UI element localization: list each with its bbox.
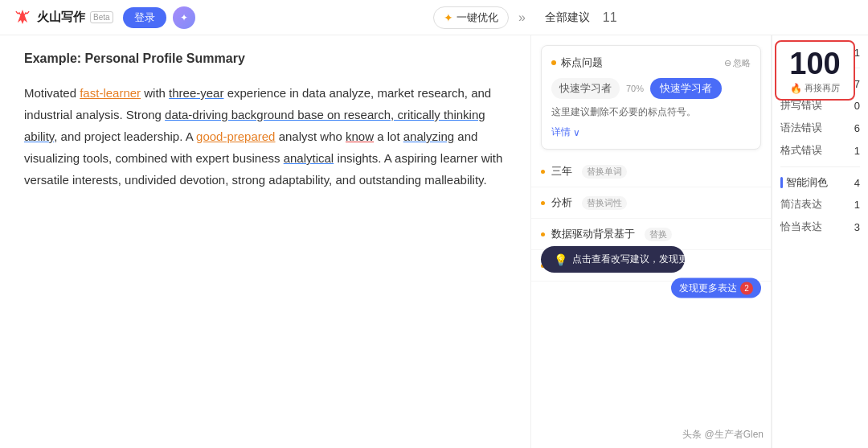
sidebar-section-polish: 智能润色 4 简洁表达 1 恰当表达 3 (780, 172, 860, 238)
text-and: , and project leadership. A (54, 129, 196, 143)
detail-link[interactable]: 详情 ∨ (551, 125, 751, 139)
doc-body: Motivated fast-learner with three-year e… (24, 82, 506, 191)
card-note: 这里建议删除不必要的标点符号。 (551, 105, 751, 119)
section-header-polish[interactable]: 智能润色 4 (780, 172, 860, 193)
optimize-button[interactable]: ✦ 一键优化 (433, 6, 509, 29)
editor-area: Example: Personal Profile Summary Motiva… (0, 35, 530, 448)
text-three-year[interactable]: three-year (169, 86, 223, 100)
text-good-prepared[interactable]: good-prepared (196, 129, 275, 143)
sidebar-item-count: 1 (854, 145, 860, 157)
discover-button[interactable]: 发现更多表达 2 (671, 278, 761, 298)
sug-tag: 替换单词 (582, 165, 627, 179)
sidebar-item-count: 1 (854, 199, 860, 211)
dot-icon (551, 60, 556, 65)
main-content: Example: Personal Profile Summary Motiva… (0, 35, 868, 448)
avatar: ✦ (173, 6, 195, 29)
chip-original: 快速学习者 (551, 78, 620, 99)
suggestion-card: 标点问题 ⊖ 忽略 快速学习者 70% 快速学习者 这里建议删除不必要的标点符号… (541, 45, 761, 150)
logo-icon (13, 8, 32, 27)
sidebar-item-label: 格式错误 (780, 143, 822, 158)
suggestions-label: 全部建议 (545, 10, 590, 25)
doc-title: Example: Personal Profile Summary (24, 51, 506, 66)
sug-tag: 替换 (645, 228, 672, 241)
text-analytical[interactable]: analytical (284, 151, 334, 165)
text-analyst: analyst who (275, 129, 346, 143)
sug-tag: 替换词性 (582, 196, 627, 210)
dot-icon (541, 201, 545, 205)
card-title: 标点问题 (561, 55, 603, 70)
text-fast-learner[interactable]: fast-learner (80, 86, 141, 100)
blue-bar-icon (780, 177, 783, 188)
login-button[interactable]: 登录 (123, 7, 166, 28)
sug-text: 分析 (551, 195, 572, 210)
text-analyzing[interactable]: analyzing (403, 129, 454, 143)
score-number: 100 (776, 48, 854, 79)
card-header: 标点问题 ⊖ 忽略 (551, 55, 751, 70)
text-know[interactable]: know (346, 129, 374, 143)
sidebar-item-label: 恰当表达 (780, 220, 822, 234)
badge-count: 2 (740, 282, 753, 294)
bulb-icon: 💡 (554, 253, 567, 266)
section-count-polish: 4 (854, 177, 860, 189)
dot-icon (541, 232, 545, 236)
sidebar-item-format[interactable]: 格式错误 1 (780, 139, 860, 162)
card-title-row: 标点问题 (551, 55, 603, 70)
logo-area: 火山写作 Beta (13, 8, 113, 27)
suggestions-count: 11 (603, 10, 617, 25)
sidebar-item-count: 3 (854, 221, 860, 233)
sidebar-item-grammar[interactable]: 语法错误 6 (780, 117, 860, 139)
sug-text: 三年 (551, 164, 572, 179)
header-center: ✦ 一键优化 » 全部建议 11 (195, 6, 855, 29)
divider (780, 166, 860, 167)
app-header: 火山写作 Beta 登录 ✦ ✦ 一键优化 » 全部建议 11 (0, 0, 868, 35)
chip-suggested[interactable]: 快速学习者 (650, 78, 722, 99)
tooltip-text: 点击查看改写建议，发现更多表达 (572, 253, 717, 266)
fire-icon: 🔥 (790, 83, 802, 94)
section-name-polish: 智能润色 (786, 175, 828, 190)
list-item[interactable]: 三年 替换单词 (531, 156, 771, 187)
list-item[interactable]: 分析 替换词性 (531, 187, 771, 219)
text-with: with (141, 86, 169, 100)
text-alot: a lot (374, 129, 403, 143)
suggestion-panel: 标点问题 ⊖ 忽略 快速学习者 70% 快速学习者 这里建议删除不必要的标点符号… (530, 35, 772, 448)
beta-badge: Beta (90, 11, 113, 23)
chip-score: 70% (626, 84, 644, 93)
sidebar-item-label: 简洁表达 (780, 197, 822, 212)
score-sublabel: 🔥 再接再厉 (776, 82, 854, 94)
text-motivated: Motivated (24, 86, 80, 100)
sidebar-item-label: 语法错误 (780, 121, 822, 135)
score-box: 100 🔥 再接再厉 (775, 40, 855, 101)
sug-text: 数据驱动背景基于 (551, 227, 635, 241)
sidebar-item-concise[interactable]: 简洁表达 1 (780, 193, 860, 216)
dot-icon (541, 170, 545, 174)
watermark: 头条 @生产者Glen (682, 428, 764, 442)
sidebar-item-appropriate[interactable]: 恰当表达 3 (780, 216, 860, 238)
expand-button[interactable]: » (518, 10, 526, 25)
logo-text: 火山写作 (37, 10, 85, 25)
word-chips: 快速学习者 70% 快速学习者 (551, 78, 751, 99)
sidebar-item-count: 0 (854, 100, 860, 112)
sidebar-item-count: 6 (854, 122, 860, 134)
ignore-button[interactable]: ⊖ 忽略 (724, 57, 751, 69)
star-icon: ✦ (444, 11, 453, 24)
tooltip-bar: 💡 点击查看改写建议，发现更多表达 (541, 246, 685, 273)
